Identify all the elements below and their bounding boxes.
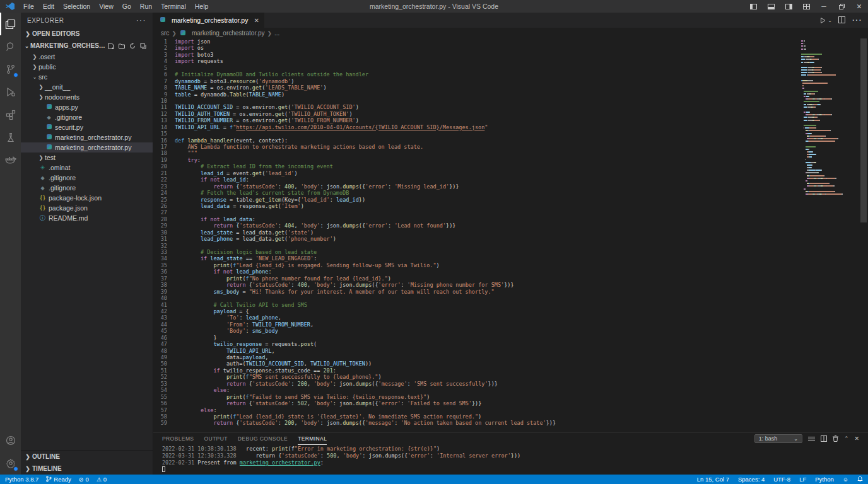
scrollbar-thumb[interactable] [860, 38, 867, 222]
tree-item--gitignore[interactable]: ◆.gitignore [21, 112, 153, 122]
editor-more-actions-icon[interactable]: ··· [852, 14, 862, 26]
run-dropdown-icon[interactable]: ⌄ [828, 18, 832, 23]
search-icon[interactable] [0, 35, 21, 58]
menu-help[interactable]: Help [191, 0, 213, 13]
docker-icon[interactable] [0, 149, 21, 171]
tree-item--onit-[interactable]: ❯__onit__ [21, 82, 153, 92]
status-ln-15-col-7[interactable]: Ln 15, Col 7 [697, 476, 729, 483]
maximize-panel-icon[interactable]: ⌃ [844, 435, 849, 442]
status-spaces-4[interactable]: Spaces: 4 [738, 476, 765, 483]
extensions-icon[interactable] [0, 103, 21, 126]
terminal-output[interactable]: 2022-02-31 10:38:30.138 recent: print(f"… [153, 444, 868, 474]
minimap[interactable] [801, 38, 859, 432]
terminal-shell-dropdown[interactable]: 1: bash ⌄ [754, 434, 802, 443]
status-bell-icon[interactable] [857, 476, 863, 483]
markdown-file-icon: ⓘ [38, 214, 47, 222]
status-python-3-8-7[interactable]: Python 3.8.7 [5, 476, 38, 483]
menu-run[interactable]: Run [136, 0, 156, 13]
account-icon[interactable] [0, 429, 21, 452]
window-controls: ─ ✕ [744, 0, 868, 13]
line-number: 13 [153, 117, 175, 124]
panel-tab-terminal[interactable]: TERMINAL [298, 433, 327, 445]
explorer-icon[interactable] [0, 13, 21, 35]
breadcrumb[interactable]: src ❯ marketing_orchestrator.py ❯ ... [153, 28, 868, 38]
new-file-icon[interactable] [108, 43, 114, 49]
status-python[interactable]: Python [815, 476, 834, 483]
open-editors-section[interactable]: ❯ OPEN EDITORS [21, 28, 153, 40]
tree-item-readme-md[interactable]: ⓘREADME.md [21, 213, 153, 223]
menu-go[interactable]: Go [118, 0, 136, 13]
minimize-button[interactable]: ─ [815, 0, 833, 13]
line-number: 27 [153, 209, 175, 216]
chevron-right-icon: ❯ [31, 64, 38, 70]
restore-button[interactable] [833, 0, 850, 13]
explorer-more-actions-icon[interactable]: ··· [136, 17, 146, 24]
line-number: 29 [153, 222, 175, 229]
editor-scrollbar[interactable] [859, 38, 868, 432]
tree-item-marketing-orchestrator-py[interactable]: marketing_orchestrator.py [21, 142, 153, 153]
status-utf-8[interactable]: UTF-8 [773, 476, 790, 483]
code-editor[interactable]: 1import json2import os3import boto34impo… [153, 38, 868, 432]
tree-item--gitignore[interactable]: ◆.gitignore [21, 183, 153, 193]
customize-layout-icon[interactable] [797, 0, 815, 13]
git-file-icon: ◆ [38, 175, 47, 181]
tree-item--ominat[interactable]: ✳.ominat [21, 163, 153, 173]
new-folder-icon[interactable] [119, 43, 125, 49]
kill-terminal-icon[interactable] [833, 433, 838, 444]
tree-item--osert[interactable]: ❯.osert [21, 52, 153, 62]
code-line: 30 lead_state = lead_data.get('state') [153, 229, 801, 236]
split-terminal-icon[interactable] [821, 433, 827, 444]
status-0[interactable]: ⊘0 [79, 476, 89, 483]
run-debug-icon[interactable] [0, 81, 21, 103]
status-ready[interactable]: Ready [46, 476, 71, 483]
tree-item-apps-py[interactable]: apps.py [21, 102, 153, 112]
line-number: 12 [153, 111, 175, 117]
close-window-button[interactable]: ✕ [850, 0, 868, 13]
panel-tab-debug-console[interactable]: DEBUG CONSOLE [238, 433, 288, 445]
code-line: 54 else: [153, 387, 801, 393]
tree-item-test[interactable]: ❯test [21, 153, 153, 163]
layout-secondary-sidebar-icon[interactable] [780, 0, 797, 13]
tree-item-label: .gitignore [49, 174, 76, 182]
close-panel-icon[interactable]: ✕ [854, 435, 859, 442]
menu-terminal[interactable]: Terminal [156, 0, 191, 13]
tree-item-src[interactable]: ⌄src [21, 72, 153, 82]
settings-icon[interactable] [0, 452, 21, 475]
tree-item-package-lock-json[interactable]: {}package-lock.json [21, 193, 153, 203]
layout-sidebar-icon[interactable] [744, 0, 762, 13]
collapse-folders-icon[interactable] [140, 43, 146, 49]
tree-item-marketing-orchestrator-py[interactable]: marketing_orchestrator.py [21, 132, 153, 142]
refresh-icon[interactable] [129, 43, 136, 49]
testing-icon[interactable] [0, 126, 21, 149]
panel-tab-output[interactable]: OUTPUT [204, 433, 227, 445]
tab-marketing-orchestrator[interactable]: marketing_orchestrator.py ✕ [153, 13, 265, 28]
panel-tab-problems[interactable]: PROBLEMS [162, 433, 194, 445]
status-0[interactable]: ⚠0 [97, 476, 107, 483]
run-python-file-button[interactable]: ⌄ [819, 17, 832, 24]
split-editor-icon[interactable] [838, 14, 845, 26]
hamburger-menu-icon[interactable] [808, 433, 815, 444]
line-number: 37 [153, 275, 175, 282]
status-lf[interactable]: LF [799, 476, 806, 483]
line-number: 55 [153, 394, 175, 400]
source-control-icon[interactable] [0, 58, 21, 81]
close-tab-icon[interactable]: ✕ [254, 17, 259, 24]
json-file-icon: {} [38, 205, 47, 211]
timeline-section[interactable]: ❯ TIMELINE [21, 463, 153, 475]
tree-item-nodoonents[interactable]: ❯nodoonents [21, 92, 153, 102]
workspace-section[interactable]: ⌄ MARKETING_ORCHESTRATOR... [21, 40, 153, 52]
tree-item--gitignore[interactable]: ◆.gitignore [21, 173, 153, 183]
menu-selection[interactable]: Selection [59, 0, 95, 13]
code-line: 4import requests [153, 58, 801, 64]
code-line: 22 if not lead_id: [153, 176, 801, 183]
code-line: 43 'To': lead_phone, [153, 314, 801, 321]
outline-section[interactable]: ❯ OUTLINE [21, 451, 153, 463]
tree-item-package-json[interactable]: {}package.json [21, 203, 153, 213]
status-feedback-icon[interactable]: ☺ [843, 476, 848, 483]
menu-file[interactable]: File [19, 0, 38, 13]
menu-view[interactable]: View [95, 0, 118, 13]
menu-edit[interactable]: Edit [38, 0, 59, 13]
tree-item-securit-py[interactable]: securit.py [21, 122, 153, 132]
layout-panel-icon[interactable] [762, 0, 780, 13]
tree-item-public[interactable]: ❯public [21, 62, 153, 72]
